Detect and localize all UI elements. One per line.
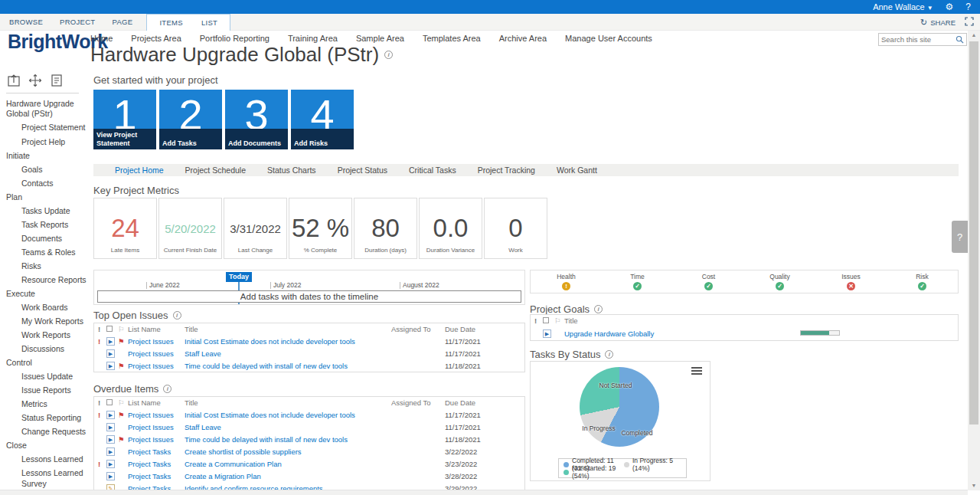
- item-title-link[interactable]: Initial Cost Estimate does not include d…: [185, 411, 391, 419]
- sidebar-item[interactable]: Goals: [6, 165, 90, 175]
- get-started-tile[interactable]: 1View Project Statement: [93, 90, 156, 149]
- info-icon[interactable]: [605, 350, 613, 359]
- item-title-link[interactable]: Time could be delayed with install of ne…: [185, 435, 391, 444]
- timeline-empty-bar[interactable]: Add tasks with dates to the timeline: [97, 290, 521, 303]
- topnav-link[interactable]: Sample Area: [356, 34, 404, 43]
- col-assigned-to[interactable]: Assigned To: [391, 398, 445, 407]
- sidebar-item[interactable]: Close: [6, 441, 90, 451]
- expand-item-icon[interactable]: ▶: [106, 411, 115, 419]
- goal-title-link[interactable]: Upgrade Hardware Globally: [564, 329, 958, 338]
- sidebar-item[interactable]: Work Boards: [6, 303, 90, 313]
- user-menu[interactable]: Anne Wallace▼: [873, 2, 933, 11]
- col-assigned-to[interactable]: Assigned To: [391, 325, 445, 333]
- status-ok-icon[interactable]: ✓: [704, 282, 713, 290]
- focus-mode-icon[interactable]: [965, 17, 974, 28]
- search-input[interactable]: [881, 35, 956, 44]
- get-started-tile[interactable]: 4Add Risks: [291, 90, 354, 149]
- vertical-scrollbar[interactable]: ▲ ▼: [968, 31, 980, 490]
- tab-work-gantt[interactable]: Work Gantt: [557, 166, 597, 175]
- search-icon[interactable]: [956, 35, 964, 44]
- sidebar-item[interactable]: Resource Reports: [6, 275, 90, 285]
- topnav-link[interactable]: Projects Area: [131, 34, 181, 43]
- select-all-checkbox[interactable]: [106, 398, 118, 407]
- sidebar-item[interactable]: Control: [6, 358, 90, 368]
- sidebar-item[interactable]: Plan: [6, 192, 90, 202]
- list-name-link[interactable]: Project Issues: [128, 423, 185, 431]
- topnav-link[interactable]: Manage User Accounts: [565, 34, 652, 43]
- expand-item-icon[interactable]: ▶: [106, 472, 115, 480]
- expand-item-icon[interactable]: ▶: [543, 329, 551, 338]
- list-icon[interactable]: [49, 73, 64, 88]
- help-icon[interactable]: ?: [965, 2, 971, 12]
- tab-status-charts[interactable]: Status Charts: [267, 166, 316, 175]
- col-due-date[interactable]: Due Date: [445, 398, 524, 407]
- ribbon-tab-project[interactable]: PROJECT: [60, 18, 95, 26]
- sidebar-item[interactable]: Issues Update: [6, 372, 90, 382]
- list-name-link[interactable]: Project Tasks: [128, 460, 185, 468]
- sidebar-item[interactable]: Lessons Learned: [6, 454, 90, 464]
- expand-item-icon[interactable]: ▶: [106, 349, 115, 358]
- info-icon[interactable]: [594, 305, 603, 313]
- expand-item-icon[interactable]: ▶: [106, 337, 115, 346]
- list-name-link[interactable]: Project Issues: [128, 337, 185, 346]
- col-title[interactable]: Title: [185, 325, 391, 333]
- tab-critical-tasks[interactable]: Critical Tasks: [409, 166, 456, 175]
- sidebar-item[interactable]: Lessons Learned Survey: [6, 468, 90, 489]
- sidebar-item[interactable]: Hardware Upgrade Global (PStr): [6, 99, 90, 120]
- expand-item-icon[interactable]: ▶: [106, 447, 115, 456]
- ribbon-tab-items[interactable]: ITEMS: [159, 18, 183, 27]
- topnav-link[interactable]: Archive Area: [499, 34, 547, 43]
- topnav-link[interactable]: Home: [90, 34, 113, 43]
- chart-menu-icon[interactable]: [691, 367, 702, 376]
- ribbon-tab-list[interactable]: LIST: [201, 18, 217, 27]
- metric-card[interactable]: 0Work: [484, 198, 547, 259]
- select-all-checkbox[interactable]: [106, 325, 118, 333]
- sidebar-item[interactable]: Work Reports: [6, 330, 90, 340]
- item-title-link[interactable]: Create shortlist of possible suppliers: [185, 447, 391, 456]
- sidebar-item[interactable]: Project Statement: [6, 123, 90, 133]
- gear-icon[interactable]: ⚙: [946, 2, 954, 12]
- item-title-link[interactable]: Staff Leave: [185, 349, 391, 358]
- col-due-date[interactable]: Due Date: [445, 325, 524, 333]
- item-title-link[interactable]: Staff Leave: [185, 423, 391, 431]
- item-title-link[interactable]: Initial Cost Estimate does not include d…: [185, 337, 391, 346]
- sidebar-item[interactable]: Tasks Update: [6, 206, 90, 216]
- metric-card[interactable]: 3/31/2022Last Change: [224, 198, 287, 259]
- legend-item[interactable]: In Progress: 5 (14%): [624, 461, 681, 468]
- scroll-up-icon[interactable]: ▲: [968, 32, 980, 38]
- metric-card[interactable]: 0.0Duration Variance: [419, 198, 482, 259]
- list-name-link[interactable]: Project Issues: [128, 349, 185, 358]
- tab-project-schedule[interactable]: Project Schedule: [185, 166, 246, 175]
- info-icon[interactable]: [384, 51, 393, 59]
- sidebar-item[interactable]: Discussions: [6, 344, 90, 354]
- get-started-tile[interactable]: 3Add Documents: [225, 90, 288, 149]
- status-warning-icon[interactable]: !: [562, 282, 570, 290]
- sidebar-item[interactable]: Documents: [6, 234, 90, 244]
- help-flyout-tab[interactable]: ?: [952, 221, 968, 253]
- ribbon-tab-browse[interactable]: BROWSE: [9, 18, 43, 26]
- col-title[interactable]: Title: [564, 316, 958, 325]
- get-started-tile[interactable]: 2Add Tasks: [159, 90, 222, 149]
- tab-project-tracking[interactable]: Project Tracking: [478, 166, 535, 175]
- today-badge[interactable]: Today: [226, 272, 252, 282]
- sidebar-item[interactable]: Initiate: [6, 151, 90, 161]
- sidebar-item[interactable]: My Work Reports: [6, 316, 90, 326]
- topnav-link[interactable]: Templates Area: [423, 34, 481, 43]
- horizontal-scrollbar[interactable]: [0, 490, 968, 495]
- sidebar-item[interactable]: Project Help: [6, 137, 90, 147]
- topnav-link[interactable]: Portfolio Reporting: [200, 34, 270, 43]
- status-error-icon[interactable]: ✕: [847, 282, 855, 290]
- sidebar-item[interactable]: Metrics: [6, 399, 90, 409]
- status-ok-icon[interactable]: ✓: [918, 282, 926, 290]
- metric-card[interactable]: 5/20/2022Current Finish Date: [158, 198, 222, 259]
- sidebar-item[interactable]: Teams & Roles: [6, 248, 90, 257]
- metric-card[interactable]: 24Late Items: [93, 198, 157, 259]
- list-name-link[interactable]: Project Tasks: [128, 447, 185, 456]
- select-all-checkbox[interactable]: [543, 316, 554, 325]
- item-title-link[interactable]: Time could be delayed with install of ne…: [185, 362, 391, 370]
- metric-card[interactable]: 52 %% Complete: [289, 198, 352, 259]
- col-list-name[interactable]: List Name: [128, 325, 185, 333]
- info-icon[interactable]: [163, 385, 172, 393]
- expand-item-icon[interactable]: ▶: [106, 435, 115, 444]
- sidebar-item[interactable]: Contacts: [6, 179, 90, 188]
